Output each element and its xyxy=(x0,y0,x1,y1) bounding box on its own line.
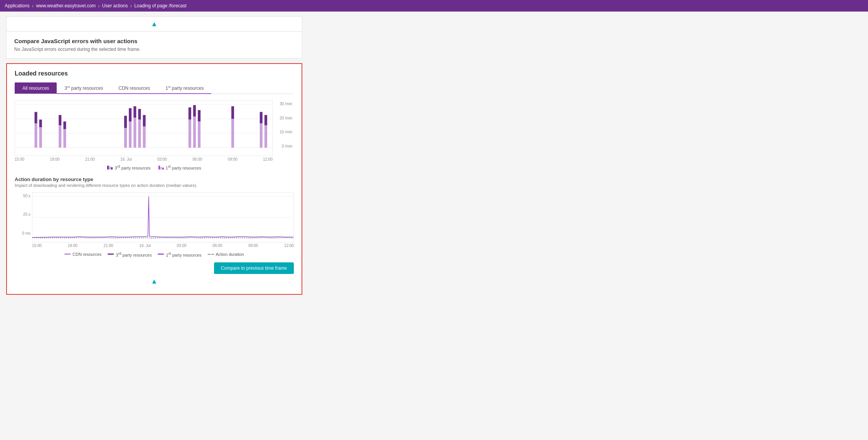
js-errors-title: Compare JavaScript errors with user acti… xyxy=(14,38,294,44)
line-y-25s: 25 s xyxy=(15,212,30,217)
legend-1st-line-icon xyxy=(158,254,164,255)
legend-action-duration: Action duration xyxy=(208,252,244,257)
line-chart-svg xyxy=(32,193,293,242)
action-duration-title: Action duration by resource type xyxy=(15,176,294,182)
tab-cdn-resources[interactable]: CDN resources xyxy=(111,82,158,94)
legend-3rd-party: 3rd party resources xyxy=(107,165,150,170)
x-label-1500: 15:00 xyxy=(15,157,24,161)
breadcrumb-nav: Applications › www.weather.easytravel.co… xyxy=(0,0,868,12)
legend-3rd-line-label: 3rd party resources xyxy=(116,252,152,257)
legend-1st-line: 1st party resources xyxy=(158,252,201,257)
svg-rect-15 xyxy=(129,108,131,122)
y-label-30: 30 /min xyxy=(274,102,292,106)
legend-3rd-line-icon xyxy=(108,254,114,255)
compare-btn-row: Compare to previous time frame xyxy=(15,262,294,274)
svg-rect-20 xyxy=(143,126,145,148)
line-x-2100: 21:00 xyxy=(104,244,113,248)
svg-rect-4 xyxy=(35,123,37,148)
svg-rect-7 xyxy=(39,119,42,127)
y-label-20: 20 /min xyxy=(274,116,292,120)
line-chart-wrapper: 50 s 25 s 0 ms xyxy=(15,192,294,242)
breadcrumb-sep-1: › xyxy=(32,3,34,9)
main-content: ▲ Compare JavaScript errors with user ac… xyxy=(0,12,308,299)
line-x-0900: 09:00 xyxy=(248,244,258,248)
x-label-2100: 21:00 xyxy=(85,157,95,161)
bar-chart-x-labels: 15:00 18:00 21:00 16. Jul 03:00 06:00 09… xyxy=(15,156,294,161)
line-x-jul16: 16. Jul xyxy=(139,244,150,248)
legend-1st-party-label: 1st party resources xyxy=(166,165,201,170)
legend-3rd-party-icon xyxy=(107,165,113,170)
svg-rect-21 xyxy=(143,115,145,126)
svg-rect-16 xyxy=(133,118,136,148)
line-x-1800: 18:00 xyxy=(68,244,78,248)
resource-tabs: All resources 3rd party resources CDN re… xyxy=(15,82,294,94)
x-label-jul16: 16. Jul xyxy=(120,157,131,161)
svg-rect-19 xyxy=(138,109,141,120)
svg-rect-30 xyxy=(260,123,263,148)
svg-rect-31 xyxy=(260,112,263,124)
line-x-0300: 03:00 xyxy=(177,244,187,248)
legend-action-label: Action duration xyxy=(216,252,244,257)
line-chart-legend: CDN resources 3rd party resources 1st pa… xyxy=(15,252,294,257)
breadcrumb-domain[interactable]: www.weather.easytravel.com xyxy=(36,3,96,8)
action-duration-section: Action duration by resource type Impact … xyxy=(15,176,294,274)
bar-chart-wrapper: 30 /min 20 /min 10 /min 0 /min xyxy=(15,100,294,156)
svg-rect-11 xyxy=(63,121,66,129)
line-x-1500: 15:00 xyxy=(32,244,42,248)
svg-rect-10 xyxy=(63,129,66,148)
x-label-0600: 06:00 xyxy=(192,157,202,161)
svg-rect-33 xyxy=(265,115,267,125)
legend-cdn-label: CDN resources xyxy=(72,252,101,257)
line-x-labels: 15:00 18:00 21:00 16. Jul 03:00 06:00 09… xyxy=(15,242,294,248)
line-y-0ms: 0 ms xyxy=(15,231,30,235)
line-y-axis: 50 s 25 s 0 ms xyxy=(15,192,32,242)
loaded-resources-title: Loaded resources xyxy=(15,70,294,77)
tab-1st-party[interactable]: 1st party resources xyxy=(158,82,211,94)
top-collapse-row: ▲ xyxy=(6,16,302,31)
svg-rect-29 xyxy=(231,106,234,119)
line-chart-area xyxy=(32,192,294,242)
breadcrumb-current: Loading of page /forecast xyxy=(134,3,186,8)
svg-rect-9 xyxy=(59,115,61,125)
breadcrumb-user-actions[interactable]: User actions xyxy=(102,3,128,8)
bar-chart-y-axis: 30 /min 20 /min 10 /min 0 /min xyxy=(273,100,294,156)
collapse-up-arrow-bottom[interactable]: ▲ xyxy=(151,278,158,285)
svg-rect-6 xyxy=(39,127,42,148)
x-label-1200: 12:00 xyxy=(263,157,273,161)
x-label-0300: 03:00 xyxy=(157,157,167,161)
svg-rect-26 xyxy=(198,121,201,148)
js-errors-subtitle: No JavaScript errors occurred during the… xyxy=(14,47,294,52)
svg-rect-8 xyxy=(59,125,61,148)
svg-rect-23 xyxy=(189,107,191,120)
svg-rect-32 xyxy=(265,125,267,148)
loaded-resources-panel: Loaded resources All resources 3rd party… xyxy=(6,63,302,295)
svg-rect-17 xyxy=(133,106,136,118)
svg-rect-5 xyxy=(35,112,37,124)
tab-3rd-party[interactable]: 3rd party resources xyxy=(57,82,111,94)
x-label-0900: 09:00 xyxy=(228,157,238,161)
breadcrumb-sep-3: › xyxy=(130,3,132,9)
svg-rect-22 xyxy=(189,119,191,148)
svg-rect-25 xyxy=(193,105,196,117)
svg-rect-13 xyxy=(124,116,127,128)
breadcrumb-sep-2: › xyxy=(98,3,100,9)
legend-cdn-icon xyxy=(64,254,71,255)
bottom-collapse: ▲ xyxy=(15,274,294,286)
js-errors-section: Compare JavaScript errors with user acti… xyxy=(6,31,302,59)
bar-chart-svg xyxy=(15,101,272,156)
compare-to-previous-button[interactable]: Compare to previous time frame xyxy=(214,262,294,274)
y-label-10: 10 /min xyxy=(274,130,292,134)
bar-chart-container: 30 /min 20 /min 10 /min 0 /min 15:00 18:… xyxy=(15,100,294,170)
action-duration-desc: Impact of downloading and rendering diff… xyxy=(15,183,294,188)
legend-1st-line-label: 1st party resources xyxy=(166,252,201,257)
tab-all-resources[interactable]: All resources xyxy=(15,82,57,94)
legend-1st-party: 1st party resources xyxy=(158,165,201,170)
svg-rect-12 xyxy=(124,128,127,148)
y-label-0: 0 /min xyxy=(274,144,292,148)
svg-rect-24 xyxy=(193,116,196,148)
breadcrumb-applications[interactable]: Applications xyxy=(5,3,30,8)
bar-chart-legend: 3rd party resources 1st party resources xyxy=(15,165,294,170)
svg-rect-27 xyxy=(198,110,201,122)
svg-rect-14 xyxy=(129,121,131,148)
collapse-up-arrow-top[interactable]: ▲ xyxy=(151,20,158,27)
